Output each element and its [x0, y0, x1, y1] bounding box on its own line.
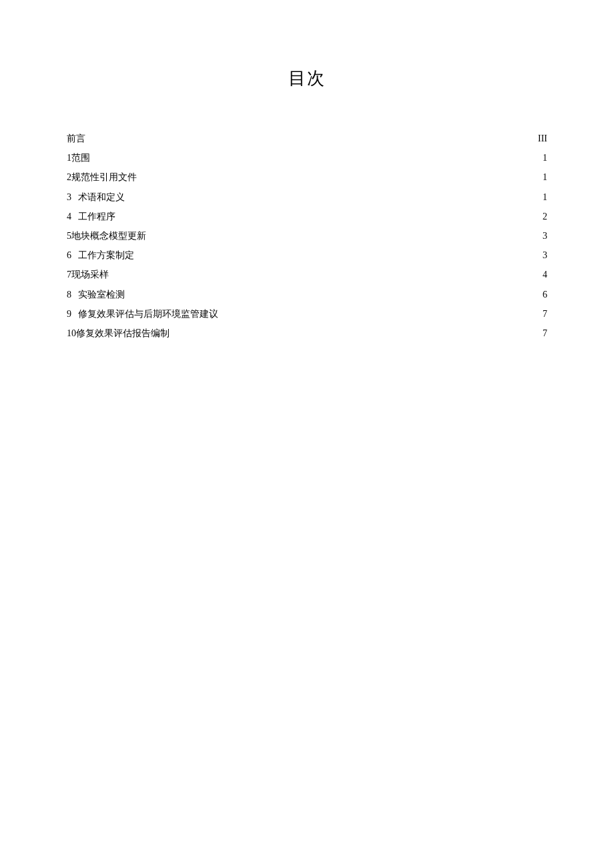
- toc-entry-number: 3: [67, 189, 71, 205]
- toc-entry-number: 2: [67, 169, 71, 185]
- toc-entry: 6工作方案制定3: [67, 247, 547, 264]
- toc-entry-number: 8: [67, 286, 71, 303]
- toc-entry: 2 规范性引用文件1: [67, 169, 547, 185]
- toc-entry-number: 10: [67, 325, 76, 342]
- toc-entry-page: 1: [543, 169, 547, 185]
- toc-entry-page: 6: [543, 286, 547, 303]
- toc-entry-page: 1: [543, 149, 547, 166]
- toc-entry: 10 修复效果评估报告编制7: [67, 325, 547, 342]
- toc-entry: 5 地块概念模型更新3: [67, 228, 547, 244]
- toc-entry-page: 7: [543, 325, 547, 342]
- toc-entry-title: 前言: [67, 130, 85, 147]
- toc-entry-title: 工作程序: [78, 208, 115, 225]
- toc-entry-number: 9: [67, 306, 71, 322]
- toc-entry-number: 5: [67, 228, 71, 244]
- toc-entry-page: 3: [543, 247, 547, 264]
- toc-entry-title: 范围: [71, 149, 90, 166]
- toc-entry-title: 修复效果评估与后期环境监管建议: [78, 306, 218, 322]
- toc-list: 前言III1 范围12 规范性引用文件13术语和定义14工作程序25 地块概念模…: [67, 130, 547, 342]
- toc-entry-title: 修复效果评估报告编制: [76, 325, 170, 342]
- toc-entry-page: 3: [543, 228, 547, 244]
- toc-entry: 8实验室检测6: [67, 286, 547, 303]
- toc-entry-number: 1: [67, 149, 71, 166]
- toc-entry-title: 实验室检测: [78, 286, 125, 303]
- toc-entry-number: 7: [67, 266, 71, 283]
- toc-entry: 3术语和定义1: [67, 189, 547, 205]
- toc-entry: 9修复效果评估与后期环境监管建议7: [67, 306, 547, 322]
- toc-entry-page: III: [538, 130, 547, 147]
- toc-entry-page: 4: [543, 266, 547, 283]
- toc-entry-page: 1: [543, 189, 547, 205]
- toc-entry-title: 地块概念模型更新: [71, 228, 146, 244]
- document-page: 目次 前言III1 范围12 规范性引用文件13术语和定义14工作程序25 地块…: [0, 0, 614, 342]
- toc-entry-title: 工作方案制定: [78, 247, 134, 264]
- toc-entry-title: 规范性引用文件: [71, 169, 137, 185]
- toc-entry-number: 4: [67, 208, 71, 225]
- toc-entry: 4工作程序2: [67, 208, 547, 225]
- toc-entry-page: 7: [543, 306, 547, 322]
- toc-entry-title: 术语和定义: [78, 189, 125, 205]
- toc-entry-page: 2: [543, 208, 547, 225]
- toc-entry-number: 6: [67, 247, 71, 264]
- toc-title: 目次: [67, 67, 547, 90]
- toc-entry: 7 现场采样4: [67, 266, 547, 283]
- toc-entry-title: 现场采样: [71, 266, 109, 283]
- toc-entry: 前言III: [67, 130, 547, 147]
- toc-entry: 1 范围1: [67, 149, 547, 166]
